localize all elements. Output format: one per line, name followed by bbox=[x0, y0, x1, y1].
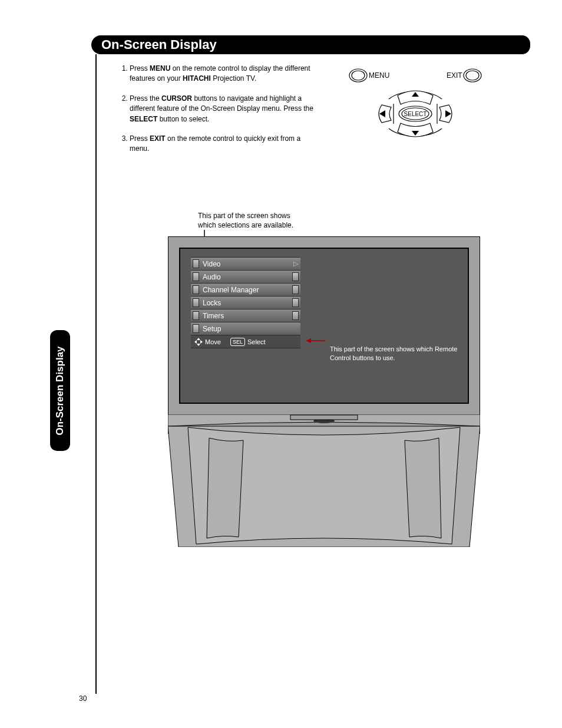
osd-hint-bar: Move SEL Select bbox=[191, 335, 300, 348]
instruction-step-2: Press the CURSOR buttons to navigate and… bbox=[130, 94, 318, 124]
osd-menu-item-setup: Setup bbox=[191, 322, 300, 335]
menu-bullet-icon bbox=[193, 311, 199, 320]
svg-marker-3 bbox=[197, 344, 200, 346]
exit-button-inner-icon bbox=[466, 71, 479, 80]
pointer-arrow-to-hintbar bbox=[306, 335, 325, 341]
instruction-list: Press MENU on the remote control to disp… bbox=[118, 64, 318, 164]
menu-end-block-icon bbox=[292, 272, 299, 281]
exit-button-label: EXIT bbox=[447, 71, 462, 80]
side-tab: On-Screen Display bbox=[50, 330, 70, 451]
osd-menu-label: Channel Manager bbox=[203, 286, 300, 294]
osd-menu-item-locks: Locks bbox=[191, 296, 300, 309]
top-caption: This part of the screen shows which sele… bbox=[198, 211, 310, 230]
remote-control-diagram: MENU EXIT SELECT bbox=[342, 64, 489, 146]
sel-pill-icon: SEL bbox=[230, 338, 245, 346]
tv-screen: Video ▷ Audio Channel Manager Locks bbox=[179, 248, 469, 404]
side-tab-label: On-Screen Display bbox=[54, 346, 66, 435]
svg-marker-2 bbox=[197, 338, 200, 340]
menu-bullet-icon bbox=[193, 272, 199, 281]
front-panel-strip-icon bbox=[290, 415, 358, 420]
section-rule-line bbox=[95, 54, 97, 694]
menu-button-inner-icon bbox=[352, 71, 365, 80]
osd-menu-label: Locks bbox=[203, 299, 300, 307]
right-caption: This part of the screen shows which Remo… bbox=[330, 345, 462, 363]
hint-move-label: Move bbox=[205, 338, 221, 345]
right-speaker-icon bbox=[405, 438, 441, 538]
svg-marker-5 bbox=[200, 340, 203, 344]
menu-bullet-icon bbox=[193, 324, 199, 333]
menu-button-label: MENU bbox=[369, 71, 389, 80]
instruction-step-3: Press EXIT on the remote control to quic… bbox=[130, 134, 318, 154]
svg-marker-4 bbox=[194, 340, 197, 344]
menu-bullet-icon bbox=[193, 298, 199, 307]
osd-menu-label: Setup bbox=[203, 325, 300, 333]
tv-base-illustration bbox=[168, 414, 480, 547]
menu-bullet-icon bbox=[193, 285, 199, 294]
cursor-arrows-icon bbox=[194, 338, 203, 346]
chevron-right-icon: ▷ bbox=[292, 261, 299, 267]
section-title: On-Screen Display bbox=[101, 37, 217, 52]
osd-menu-panel: Video ▷ Audio Channel Manager Locks bbox=[191, 257, 300, 348]
osd-menu-item-channel-manager: Channel Manager bbox=[191, 283, 300, 296]
page-number: 30 bbox=[79, 694, 87, 703]
osd-menu-item-video: Video ▷ bbox=[191, 257, 300, 270]
menu-end-block-icon bbox=[292, 285, 299, 294]
section-header: On-Screen Display bbox=[94, 35, 530, 54]
manual-page: On-Screen Display On-Screen Display 30 P… bbox=[0, 0, 562, 728]
instruction-step-1: Press MENU on the remote control to disp… bbox=[130, 64, 318, 84]
hint-select-label: Select bbox=[247, 338, 266, 345]
menu-end-block-icon bbox=[292, 298, 299, 307]
osd-menu-label: Audio bbox=[203, 273, 300, 281]
menu-end-block-icon bbox=[292, 311, 299, 320]
select-button-label: SELECT bbox=[404, 111, 427, 117]
osd-menu-item-timers: Timers bbox=[191, 309, 300, 322]
osd-menu-item-audio: Audio bbox=[191, 270, 300, 283]
svg-marker-7 bbox=[306, 338, 311, 343]
menu-bullet-icon bbox=[193, 259, 199, 268]
osd-menu-label: Timers bbox=[203, 312, 300, 320]
osd-menu-label: Video bbox=[203, 260, 300, 268]
left-speaker-icon bbox=[207, 438, 243, 538]
